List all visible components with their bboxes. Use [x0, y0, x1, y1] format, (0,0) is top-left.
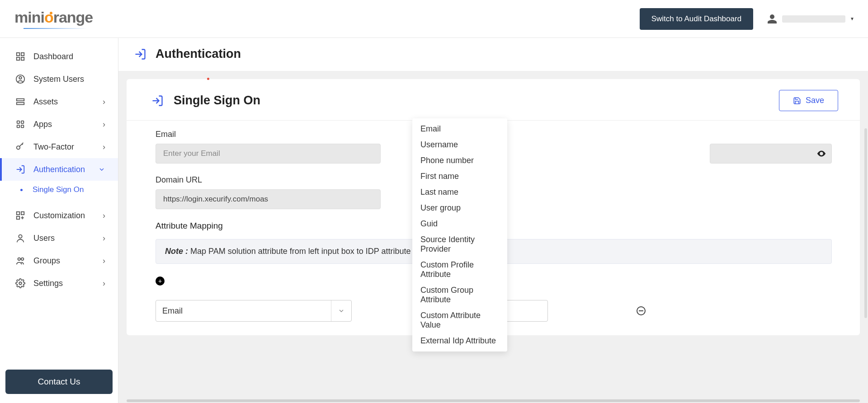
svg-rect-1 [21, 53, 24, 56]
add-mapping-button[interactable]: + [156, 276, 165, 286]
login-icon [134, 48, 146, 61]
pam-attribute-select[interactable]: Email [156, 300, 352, 322]
select-value: Email [156, 306, 331, 316]
header-right: Switch to Audit Dashboard ▼ [640, 8, 854, 30]
chevron-right-icon: › [103, 279, 105, 288]
domain-url-label: Domain URL [156, 175, 381, 185]
svg-rect-0 [17, 53, 19, 56]
api-key-input[interactable] [710, 144, 832, 164]
svg-point-12 [17, 146, 20, 149]
sidebar-item-system-users[interactable]: System Users [0, 68, 118, 90]
sidebar-item-authentication[interactable]: Authentication [0, 158, 118, 181]
save-icon [793, 97, 801, 105]
sidebar-item-settings[interactable]: Settings › [0, 272, 118, 295]
dropdown-option[interactable]: Last name [412, 184, 507, 200]
sidebar-item-label: Authentication [33, 165, 85, 174]
svg-rect-2 [17, 57, 19, 60]
dropdown-option[interactable]: Custom Attribute Value [412, 308, 507, 333]
chevron-right-icon: › [103, 256, 105, 266]
vertical-scrollbar[interactable] [864, 128, 867, 318]
dropdown-option[interactable]: Username [412, 137, 507, 153]
remove-mapping-button[interactable] [637, 306, 646, 315]
sidebar-subitem-label: Single Sign On [33, 185, 84, 194]
login-icon [15, 164, 25, 174]
gear-icon [15, 278, 25, 288]
svg-rect-9 [21, 121, 24, 124]
dashboard-icon [15, 52, 25, 61]
svg-rect-8 [17, 121, 20, 124]
apps-icon [15, 119, 25, 129]
bullet-icon [20, 189, 23, 191]
chevron-right-icon: › [103, 97, 105, 107]
sidebar-item-dashboard[interactable]: Dashboard [0, 45, 118, 68]
main-content: Authentication Single Sign On Save Email [118, 38, 868, 403]
attribute-dropdown-menu: Email Username Phone number First name L… [412, 118, 507, 351]
card-title: Single Sign On [174, 94, 260, 108]
svg-point-16 [19, 235, 22, 238]
indicator-dot [207, 78, 209, 80]
dropdown-option[interactable]: Custom Profile Attribute [412, 257, 507, 282]
dropdown-option[interactable]: Phone number [412, 153, 507, 169]
eye-icon[interactable] [816, 149, 826, 159]
svg-rect-11 [21, 125, 24, 128]
sidebar-item-label: Assets [33, 97, 58, 107]
chevron-right-icon: › [103, 234, 105, 243]
svg-rect-15 [17, 216, 19, 219]
sidebar-item-groups[interactable]: Groups › [0, 249, 118, 272]
svg-rect-14 [21, 212, 24, 215]
sidebar: Dashboard System Users Assets › Apps › T… [0, 38, 118, 403]
sidebar-item-label: Two-Factor [33, 142, 74, 152]
domain-url-input[interactable] [156, 189, 381, 209]
sidebar-item-label: Users [33, 234, 55, 243]
sidebar-item-label: Dashboard [33, 52, 73, 61]
dropdown-option[interactable]: User group [412, 200, 507, 216]
save-button[interactable]: Save [779, 90, 838, 111]
sidebar-item-two-factor[interactable]: Two-Factor › [0, 136, 118, 158]
chevron-down-icon[interactable] [331, 307, 351, 314]
sidebar-item-apps[interactable]: Apps › [0, 113, 118, 136]
dropdown-option[interactable]: Email [412, 121, 507, 137]
key-icon [15, 142, 25, 152]
svg-point-17 [18, 258, 21, 261]
page-title-bar: Authentication [118, 38, 868, 71]
chevron-right-icon: › [103, 120, 105, 129]
sidebar-item-customization[interactable]: Customization › [0, 204, 118, 227]
header: miniorange Switch to Audit Dashboard ▼ [0, 0, 868, 38]
save-button-label: Save [806, 96, 824, 105]
svg-rect-7 [17, 103, 24, 105]
chevron-down-icon [98, 166, 105, 173]
sidebar-subitem-sso[interactable]: Single Sign On [0, 181, 118, 199]
groups-icon [15, 256, 25, 266]
svg-rect-6 [17, 99, 24, 101]
sidebar-item-label: Settings [33, 279, 63, 288]
switch-audit-button[interactable]: Switch to Audit Dashboard [640, 8, 753, 30]
sidebar-item-assets[interactable]: Assets › [0, 90, 118, 113]
note-label: Note : [165, 247, 188, 256]
email-label: Email [156, 130, 381, 139]
horizontal-scrollbar[interactable] [127, 399, 860, 402]
chevron-right-icon: › [103, 211, 105, 220]
sidebar-item-label: Groups [33, 256, 60, 266]
logo[interactable]: miniorange [14, 9, 93, 29]
email-input[interactable] [156, 144, 381, 164]
sidebar-item-label: Apps [33, 120, 52, 129]
dropdown-option[interactable]: First name [412, 169, 507, 184]
sidebar-item-label: System Users [33, 75, 84, 84]
svg-point-18 [21, 258, 24, 261]
customize-icon [15, 211, 25, 220]
svg-point-5 [19, 77, 22, 80]
dropdown-option[interactable]: External Idp Attribute [412, 333, 507, 349]
dropdown-option[interactable]: Source Identity Provider [412, 232, 507, 257]
user-icon [15, 233, 25, 243]
sso-card: Single Sign On Save Email Username Phone… [127, 79, 860, 335]
redacted-username [782, 15, 845, 23]
assets-icon [15, 97, 25, 107]
sidebar-item-users[interactable]: Users › [0, 227, 118, 249]
user-circle-icon [15, 74, 25, 84]
dropdown-option[interactable]: Guid [412, 216, 507, 232]
contact-us-button[interactable]: Contact Us [5, 370, 113, 394]
user-menu[interactable]: ▼ [767, 14, 854, 24]
dropdown-option[interactable]: Custom Group Attribute [412, 282, 507, 308]
login-icon [151, 94, 164, 107]
chevron-right-icon: › [103, 142, 105, 152]
